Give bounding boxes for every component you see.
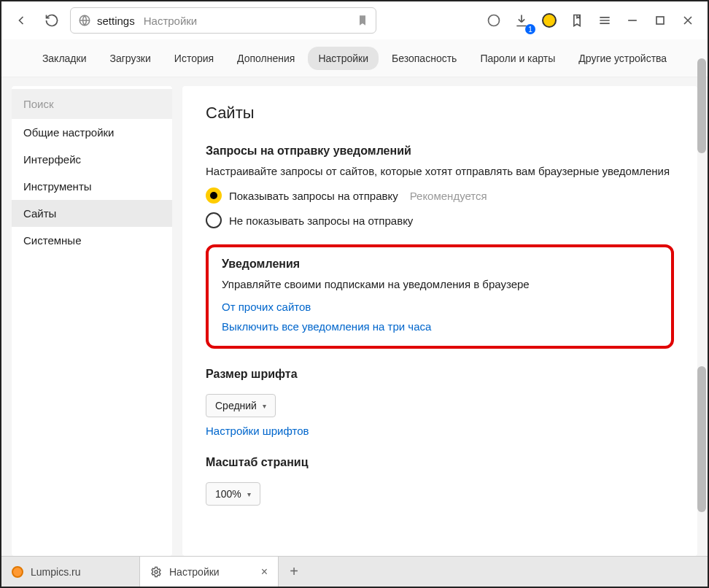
reload-button[interactable] xyxy=(39,8,64,33)
url-protocol: settings xyxy=(97,15,135,27)
nav-history[interactable]: История xyxy=(164,47,224,70)
tab-settings[interactable]: Настройки × xyxy=(140,557,279,587)
address-bar[interactable]: settings Настройки xyxy=(70,7,376,34)
window-close[interactable] xyxy=(675,8,700,33)
tab-lumpics[interactable]: Lumpics.ru xyxy=(1,557,140,587)
select-value: Средний xyxy=(215,400,257,411)
section-notifications-title: Уведомления xyxy=(222,258,658,271)
browser-toolbar: settings Настройки xyxy=(1,1,708,39)
tab-label: Lumpics.ru xyxy=(31,566,80,578)
app-body: Поиск Общие настройки Интерфейс Инструме… xyxy=(1,77,708,556)
radio-icon xyxy=(206,212,222,228)
sidebar-item-sites[interactable]: Сайты xyxy=(12,200,172,227)
sidebar-item-system[interactable]: Системные xyxy=(12,227,172,254)
svg-point-1 xyxy=(489,15,500,26)
nav-settings[interactable]: Настройки xyxy=(308,47,379,70)
notifications-highlight-box: Уведомления Управляйте своими подписками… xyxy=(206,244,674,349)
sidebar-item-tools[interactable]: Инструменты xyxy=(12,173,172,200)
menu-button[interactable] xyxy=(592,8,617,33)
back-button[interactable] xyxy=(9,8,34,33)
nav-downloads[interactable]: Загрузки xyxy=(99,47,160,70)
downloads-button[interactable] xyxy=(509,8,534,33)
close-icon[interactable]: × xyxy=(261,565,268,579)
page-title: Сайты xyxy=(206,104,674,123)
link-font-settings[interactable]: Настройки шрифтов xyxy=(206,425,674,437)
window-maximize[interactable] xyxy=(648,8,673,33)
section-notifications-desc: Управляйте своими подписками на уведомле… xyxy=(222,278,658,290)
tab-label: Настройки xyxy=(169,566,220,578)
page-zoom-select[interactable]: 100% ▾ xyxy=(206,482,260,506)
extension-icon[interactable] xyxy=(537,8,562,33)
gear-icon xyxy=(150,566,162,578)
sidebar-item-interface[interactable]: Интерфейс xyxy=(12,146,172,173)
svg-point-3 xyxy=(155,570,158,573)
font-size-select[interactable]: Средний ▾ xyxy=(206,394,276,417)
nav-bookmarks[interactable]: Закладки xyxy=(32,47,97,70)
page-scrollbar-bottom[interactable] xyxy=(697,366,706,512)
select-value: 100% xyxy=(215,488,241,500)
section-notif-requests-desc: Настраивайте запросы от сайтов, которые … xyxy=(206,165,674,177)
link-disable-3h[interactable]: Выключить все уведомления на три часа xyxy=(222,320,658,333)
radio-show-requests[interactable]: Показывать запросы на отправку Рекоменду… xyxy=(206,187,674,204)
new-tab-button[interactable]: + xyxy=(279,557,309,587)
settings-sidebar: Поиск Общие настройки Интерфейс Инструме… xyxy=(12,86,172,556)
chevron-down-icon: ▾ xyxy=(247,490,251,498)
radio-label: Показывать запросы на отправку xyxy=(229,190,398,202)
settings-content: Сайты Запросы на отправку уведомлений На… xyxy=(182,86,697,556)
url-title: Настройки xyxy=(144,15,198,27)
tab-strip: Lumpics.ru Настройки × + xyxy=(1,556,708,587)
bookmark-icon[interactable] xyxy=(357,15,368,26)
link-other-sites[interactable]: От прочих сайтов xyxy=(222,301,658,313)
nav-passwords[interactable]: Пароли и карты xyxy=(470,47,565,70)
sidebar-search[interactable]: Поиск xyxy=(12,89,172,119)
chevron-down-icon: ▾ xyxy=(263,402,266,410)
window-minimize[interactable] xyxy=(620,8,645,33)
radio-hint: Рекомендуется xyxy=(410,190,487,202)
nav-devices[interactable]: Другие устройства xyxy=(568,47,677,70)
sidebar-item-general[interactable]: Общие настройки xyxy=(12,119,172,146)
section-notif-requests-title: Запросы на отправку уведомлений xyxy=(206,144,674,158)
radio-icon xyxy=(206,187,222,204)
radio-hide-requests[interactable]: Не показывать запросы на отправку xyxy=(206,212,674,228)
svg-rect-2 xyxy=(656,17,664,24)
section-page-zoom-title: Масштаб страниц xyxy=(206,456,674,469)
radio-label: Не показывать запросы на отправку xyxy=(229,214,413,227)
settings-top-nav: Закладки Загрузки История Дополнения Нас… xyxy=(1,39,708,77)
site-icon xyxy=(78,14,91,27)
nav-security[interactable]: Безопасность xyxy=(381,47,467,70)
favicon-icon xyxy=(12,566,23,578)
nav-addons[interactable]: Дополнения xyxy=(227,47,305,70)
bookmarks-button[interactable] xyxy=(565,8,589,33)
page-scrollbar-top[interactable] xyxy=(697,58,706,153)
section-font-size-title: Размер шрифта xyxy=(206,368,674,381)
alice-icon[interactable] xyxy=(481,8,506,33)
